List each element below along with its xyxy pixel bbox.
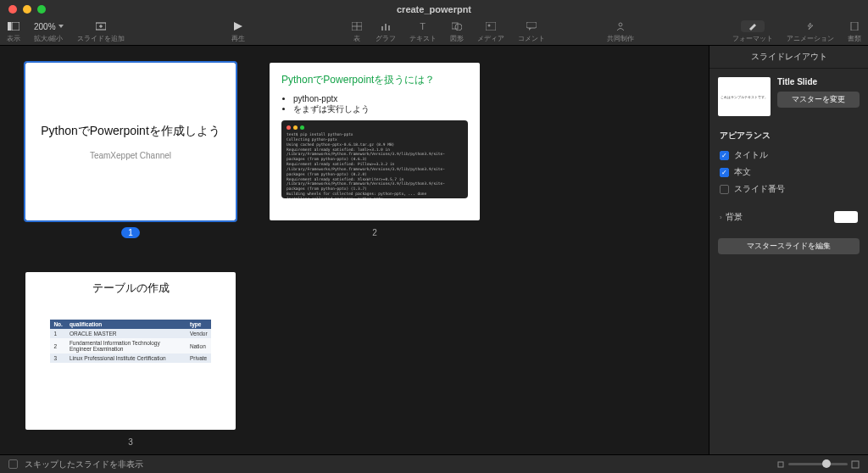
svg-rect-20 (778, 462, 783, 467)
media-icon (486, 20, 496, 32)
edit-master-button[interactable]: マスタースライドを編集 (718, 238, 860, 254)
checkbox-checked-icon[interactable]: ✓ (720, 151, 729, 160)
svg-rect-0 (8, 22, 11, 31)
document-button[interactable]: 書類 (841, 20, 868, 43)
slidenum-checkbox-row[interactable]: スライド番号 (720, 181, 858, 198)
appearance-label: アピアランス (720, 130, 858, 142)
chart-icon (381, 20, 391, 32)
hide-skipped-label: スキップしたスライドを非表示 (25, 459, 143, 470)
table-icon (352, 20, 362, 32)
svg-marker-17 (529, 28, 531, 31)
comment-button[interactable]: コメント (511, 20, 552, 43)
titlebar: create_powerpnt (0, 0, 868, 19)
text-icon: T (420, 20, 426, 32)
chart-button[interactable]: グラフ (369, 20, 403, 43)
layout-thumbnail[interactable]: これはサンプルテキストです。 (718, 77, 771, 116)
zoom-icon[interactable] (37, 5, 46, 14)
svg-marker-5 (234, 22, 242, 31)
document-icon (850, 20, 859, 32)
chevron-down-icon (58, 25, 64, 28)
table-button[interactable]: 表 (345, 20, 369, 43)
slide2-title: PythonでPowerpointを扱うには？ (281, 73, 468, 87)
checkbox-checked-icon[interactable]: ✓ (720, 168, 729, 177)
slide3-title: テーブルの作成 (37, 281, 224, 296)
collaborate-button[interactable]: 共同制作 (600, 20, 641, 43)
close-icon[interactable] (8, 5, 17, 14)
play-button[interactable]: 再生 (225, 20, 252, 43)
svg-rect-16 (526, 22, 537, 28)
text-button[interactable]: T テキスト (403, 20, 443, 43)
collaborate-icon (615, 20, 626, 32)
svg-point-15 (487, 25, 490, 27)
add-slide-button[interactable]: スライドを追加 (70, 20, 131, 43)
svg-rect-19 (851, 22, 858, 31)
view-menu[interactable]: 表示 (0, 20, 27, 43)
comment-icon (526, 20, 537, 32)
zoom-in-icon (851, 460, 860, 469)
inspector-panel: スライドレイアウト これはサンプルテキストです。 Title Slide マスタ… (709, 46, 868, 454)
svg-point-13 (455, 24, 462, 31)
svg-rect-1 (12, 22, 19, 31)
svg-rect-11 (388, 25, 390, 31)
change-master-button[interactable]: マスターを変更 (777, 92, 860, 108)
body-checkbox-row[interactable]: ✓ 本文 (720, 164, 858, 181)
slide2-bullets: python-pptx をまずは実行しよう (293, 94, 468, 115)
hide-skipped-checkbox[interactable] (8, 459, 18, 469)
window-controls (8, 5, 46, 14)
zoom-slider[interactable] (776, 460, 860, 469)
background-color-swatch[interactable] (834, 211, 858, 223)
slide1-title: PythonでPowerpointを作成しよう (41, 124, 220, 139)
checkbox-icon[interactable] (720, 185, 729, 194)
plus-icon (96, 20, 106, 32)
inspector-header: スライドレイアウト (709, 46, 868, 69)
layout-name: Title Slide (777, 77, 860, 86)
toolbar: 表示 200% 拡大/縮小 スライドを追加 再生 表 グラフ T テキスト 図形… (0, 19, 868, 46)
slide-thumbnail-2[interactable]: PythonでPowerpointを扱うには？ python-pptx をまずは… (270, 63, 480, 238)
minimize-icon[interactable] (23, 5, 31, 14)
slide-thumbnail-1[interactable]: PythonでPowerpointを作成しよう TeamXeppet Chann… (25, 63, 236, 238)
media-button[interactable]: メディア (470, 20, 511, 43)
chevron-right-icon: › (720, 214, 722, 221)
terminal-screenshot: test$ pip install python-pptx Collecting… (281, 120, 468, 198)
slide-number: 1 (121, 227, 140, 238)
background-row[interactable]: ›背景 (720, 208, 858, 226)
brush-icon (741, 20, 765, 32)
animation-button[interactable]: アニメーション (780, 20, 841, 43)
slide-sorter-canvas[interactable]: PythonでPowerpointを作成しよう TeamXeppet Chann… (0, 46, 709, 454)
svg-point-18 (619, 23, 622, 26)
slide-number: 2 (365, 227, 384, 238)
title-checkbox-row[interactable]: ✓ タイトル (720, 147, 858, 164)
animation-icon (804, 20, 816, 32)
slide-number: 3 (121, 437, 140, 448)
bottombar: スキップしたスライドを非表示 (0, 454, 868, 473)
svg-rect-14 (486, 22, 496, 31)
play-icon (234, 20, 242, 32)
svg-rect-21 (852, 461, 859, 468)
slide-thumbnail-3[interactable]: テーブルの作成 No. qualification type 1ORACLE M… (25, 272, 236, 448)
window-title: create_powerpnt (397, 4, 471, 14)
zoom-out-icon (776, 460, 785, 469)
slide3-table: No. qualification type 1ORACLE MASTERVen… (50, 320, 210, 363)
slide1-subtitle: TeamXeppet Channel (90, 151, 171, 160)
svg-rect-9 (381, 26, 383, 31)
svg-rect-10 (385, 24, 387, 31)
zoom-control[interactable]: 200% 拡大/縮小 (27, 20, 70, 43)
shape-button[interactable]: 図形 (443, 20, 470, 43)
shape-icon (452, 20, 462, 32)
format-button[interactable]: フォーマット (726, 20, 780, 43)
